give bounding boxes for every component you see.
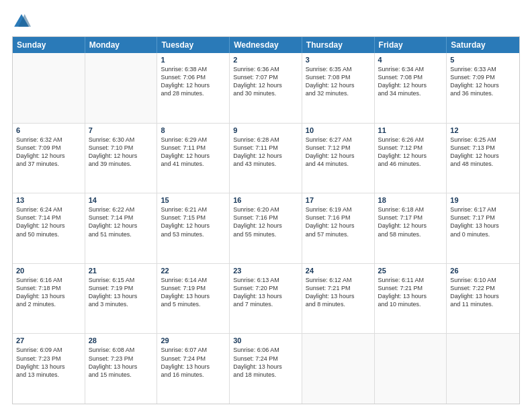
day-number: 18 bbox=[378, 196, 443, 204]
day-cell-21: 21Sunrise: 6:15 AM Sunset: 7:19 PM Dayli… bbox=[85, 264, 158, 334]
day-cell-16: 16Sunrise: 6:20 AM Sunset: 7:16 PM Dayli… bbox=[230, 193, 302, 263]
day-cell-2: 2Sunrise: 6:36 AM Sunset: 7:07 PM Daylig… bbox=[230, 53, 302, 123]
day-info: Sunrise: 6:08 AM Sunset: 7:23 PM Dayligh… bbox=[89, 346, 154, 379]
day-number: 24 bbox=[306, 267, 371, 275]
day-cell-4: 4Sunrise: 6:34 AM Sunset: 7:08 PM Daylig… bbox=[375, 53, 447, 123]
weekday-header-wednesday: Wednesday bbox=[230, 37, 302, 53]
day-cell-27: 27Sunrise: 6:09 AM Sunset: 7:23 PM Dayli… bbox=[13, 334, 85, 404]
calendar-row-4: 27Sunrise: 6:09 AM Sunset: 7:23 PM Dayli… bbox=[13, 334, 519, 404]
day-info: Sunrise: 6:14 AM Sunset: 7:19 PM Dayligh… bbox=[161, 276, 226, 309]
day-number: 26 bbox=[450, 267, 516, 275]
day-info: Sunrise: 6:19 AM Sunset: 7:16 PM Dayligh… bbox=[306, 205, 371, 238]
day-number: 6 bbox=[16, 126, 81, 134]
day-info: Sunrise: 6:24 AM Sunset: 7:14 PM Dayligh… bbox=[16, 205, 81, 238]
day-number: 21 bbox=[89, 267, 154, 275]
day-info: Sunrise: 6:27 AM Sunset: 7:12 PM Dayligh… bbox=[306, 136, 371, 169]
empty-cell bbox=[447, 334, 519, 404]
header bbox=[12, 12, 520, 31]
day-info: Sunrise: 6:09 AM Sunset: 7:23 PM Dayligh… bbox=[16, 346, 81, 379]
day-number: 10 bbox=[306, 126, 371, 134]
day-cell-5: 5Sunrise: 6:33 AM Sunset: 7:09 PM Daylig… bbox=[447, 53, 519, 123]
day-cell-1: 1Sunrise: 6:38 AM Sunset: 7:06 PM Daylig… bbox=[157, 53, 230, 123]
day-info: Sunrise: 6:06 AM Sunset: 7:24 PM Dayligh… bbox=[233, 346, 298, 379]
day-info: Sunrise: 6:11 AM Sunset: 7:21 PM Dayligh… bbox=[378, 276, 443, 309]
day-cell-30: 30Sunrise: 6:06 AM Sunset: 7:24 PM Dayli… bbox=[230, 334, 302, 404]
weekday-header-monday: Monday bbox=[85, 37, 158, 53]
day-cell-24: 24Sunrise: 6:12 AM Sunset: 7:21 PM Dayli… bbox=[302, 264, 375, 334]
day-number: 25 bbox=[378, 267, 443, 275]
day-info: Sunrise: 6:33 AM Sunset: 7:09 PM Dayligh… bbox=[450, 65, 516, 98]
day-number: 5 bbox=[450, 56, 516, 64]
day-info: Sunrise: 6:15 AM Sunset: 7:19 PM Dayligh… bbox=[89, 276, 154, 309]
day-info: Sunrise: 6:20 AM Sunset: 7:16 PM Dayligh… bbox=[233, 205, 298, 238]
day-info: Sunrise: 6:32 AM Sunset: 7:09 PM Dayligh… bbox=[16, 136, 81, 169]
day-cell-6: 6Sunrise: 6:32 AM Sunset: 7:09 PM Daylig… bbox=[13, 124, 85, 193]
day-info: Sunrise: 6:35 AM Sunset: 7:08 PM Dayligh… bbox=[306, 65, 371, 98]
day-info: Sunrise: 6:29 AM Sunset: 7:11 PM Dayligh… bbox=[161, 136, 226, 169]
empty-cell bbox=[85, 53, 158, 123]
weekday-header-saturday: Saturday bbox=[447, 37, 519, 53]
day-info: Sunrise: 6:16 AM Sunset: 7:18 PM Dayligh… bbox=[16, 276, 81, 309]
day-number: 13 bbox=[16, 196, 81, 204]
day-number: 8 bbox=[161, 126, 226, 134]
day-number: 3 bbox=[306, 56, 371, 64]
day-number: 14 bbox=[89, 196, 154, 204]
day-cell-12: 12Sunrise: 6:25 AM Sunset: 7:13 PM Dayli… bbox=[447, 124, 519, 193]
weekday-header-tuesday: Tuesday bbox=[157, 37, 230, 53]
day-cell-14: 14Sunrise: 6:22 AM Sunset: 7:14 PM Dayli… bbox=[85, 193, 158, 263]
day-info: Sunrise: 6:30 AM Sunset: 7:10 PM Dayligh… bbox=[89, 136, 154, 169]
empty-cell bbox=[13, 53, 85, 123]
calendar-body: 1Sunrise: 6:38 AM Sunset: 7:06 PM Daylig… bbox=[13, 53, 519, 404]
day-number: 27 bbox=[16, 336, 81, 345]
day-info: Sunrise: 6:10 AM Sunset: 7:22 PM Dayligh… bbox=[450, 276, 516, 309]
day-info: Sunrise: 6:18 AM Sunset: 7:17 PM Dayligh… bbox=[378, 205, 443, 238]
day-number: 22 bbox=[161, 267, 226, 275]
day-info: Sunrise: 6:26 AM Sunset: 7:12 PM Dayligh… bbox=[378, 136, 443, 169]
empty-cell bbox=[302, 334, 375, 404]
day-info: Sunrise: 6:34 AM Sunset: 7:08 PM Dayligh… bbox=[378, 65, 443, 98]
weekday-header-thursday: Thursday bbox=[302, 37, 375, 53]
day-cell-19: 19Sunrise: 6:17 AM Sunset: 7:17 PM Dayli… bbox=[447, 193, 519, 263]
day-cell-15: 15Sunrise: 6:21 AM Sunset: 7:15 PM Dayli… bbox=[157, 193, 230, 263]
logo bbox=[12, 12, 34, 31]
day-number: 7 bbox=[89, 126, 154, 134]
day-number: 4 bbox=[378, 56, 443, 64]
day-info: Sunrise: 6:07 AM Sunset: 7:24 PM Dayligh… bbox=[161, 346, 226, 379]
day-number: 20 bbox=[16, 267, 81, 275]
day-info: Sunrise: 6:38 AM Sunset: 7:06 PM Dayligh… bbox=[161, 65, 226, 98]
empty-cell bbox=[375, 334, 447, 404]
day-number: 30 bbox=[233, 336, 298, 345]
day-number: 2 bbox=[233, 56, 298, 64]
day-cell-9: 9Sunrise: 6:28 AM Sunset: 7:11 PM Daylig… bbox=[230, 124, 302, 193]
day-info: Sunrise: 6:17 AM Sunset: 7:17 PM Dayligh… bbox=[450, 205, 516, 238]
day-cell-28: 28Sunrise: 6:08 AM Sunset: 7:23 PM Dayli… bbox=[85, 334, 158, 404]
day-cell-8: 8Sunrise: 6:29 AM Sunset: 7:11 PM Daylig… bbox=[157, 124, 230, 193]
logo-icon bbox=[12, 12, 31, 31]
day-info: Sunrise: 6:28 AM Sunset: 7:11 PM Dayligh… bbox=[233, 136, 298, 169]
day-cell-29: 29Sunrise: 6:07 AM Sunset: 7:24 PM Dayli… bbox=[157, 334, 230, 404]
day-cell-22: 22Sunrise: 6:14 AM Sunset: 7:19 PM Dayli… bbox=[157, 264, 230, 334]
calendar-row-1: 6Sunrise: 6:32 AM Sunset: 7:09 PM Daylig… bbox=[13, 124, 519, 194]
day-number: 12 bbox=[450, 126, 516, 134]
day-number: 23 bbox=[233, 267, 298, 275]
calendar-row-0: 1Sunrise: 6:38 AM Sunset: 7:06 PM Daylig… bbox=[13, 53, 519, 124]
day-number: 29 bbox=[161, 336, 226, 345]
day-info: Sunrise: 6:13 AM Sunset: 7:20 PM Dayligh… bbox=[233, 276, 298, 309]
day-cell-13: 13Sunrise: 6:24 AM Sunset: 7:14 PM Dayli… bbox=[13, 193, 85, 263]
day-cell-23: 23Sunrise: 6:13 AM Sunset: 7:20 PM Dayli… bbox=[230, 264, 302, 334]
day-cell-26: 26Sunrise: 6:10 AM Sunset: 7:22 PM Dayli… bbox=[447, 264, 519, 334]
day-cell-10: 10Sunrise: 6:27 AM Sunset: 7:12 PM Dayli… bbox=[302, 124, 375, 193]
day-number: 11 bbox=[378, 126, 443, 134]
day-number: 16 bbox=[233, 196, 298, 204]
day-number: 1 bbox=[161, 56, 226, 64]
day-info: Sunrise: 6:25 AM Sunset: 7:13 PM Dayligh… bbox=[450, 136, 516, 169]
day-cell-7: 7Sunrise: 6:30 AM Sunset: 7:10 PM Daylig… bbox=[85, 124, 158, 193]
calendar-header: SundayMondayTuesdayWednesdayThursdayFrid… bbox=[13, 37, 519, 53]
calendar-row-2: 13Sunrise: 6:24 AM Sunset: 7:14 PM Dayli… bbox=[13, 193, 519, 264]
day-number: 15 bbox=[161, 196, 226, 204]
calendar: SundayMondayTuesdayWednesdayThursdayFrid… bbox=[12, 36, 520, 404]
day-cell-25: 25Sunrise: 6:11 AM Sunset: 7:21 PM Dayli… bbox=[375, 264, 447, 334]
day-info: Sunrise: 6:12 AM Sunset: 7:21 PM Dayligh… bbox=[306, 276, 371, 309]
day-cell-11: 11Sunrise: 6:26 AM Sunset: 7:12 PM Dayli… bbox=[375, 124, 447, 193]
day-number: 28 bbox=[89, 336, 154, 345]
